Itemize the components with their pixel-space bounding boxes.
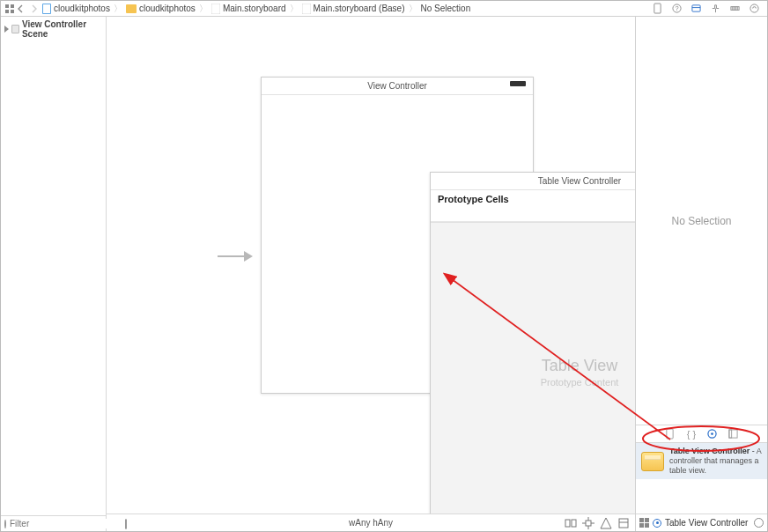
- scene-title: Table View Controller: [538, 176, 621, 186]
- breadcrumb-bar: cloudkitphotos 〉 cloudkitphotos 〉 Main.s…: [1, 1, 767, 17]
- table-view-controller-icon: [641, 452, 664, 471]
- file-template-library-tab[interactable]: [664, 428, 676, 440]
- initial-scene-arrow-icon[interactable]: [218, 246, 253, 269]
- battery-indicator-icon: [510, 81, 526, 86]
- svg-rect-22: [572, 520, 576, 527]
- library-tabs: { }: [636, 425, 767, 443]
- nav-back-button[interactable]: [15, 3, 27, 15]
- prototype-cells-header[interactable]: Prototype Cells: [431, 190, 635, 222]
- breadcrumb-label: Main.storyboard: [223, 4, 286, 13]
- storyboard-file-icon: [211, 4, 220, 14]
- library-item-table-view-controller[interactable]: Table View Controller - A controller tha…: [636, 443, 767, 479]
- attributes-inspector-tab[interactable]: [709, 3, 721, 15]
- library-item-sep: -: [750, 447, 757, 455]
- storyboard-canvas[interactable]: View Controller Table View Controller Pr…: [107, 17, 635, 514]
- scene-title-bar[interactable]: Table View Controller: [431, 173, 635, 190]
- identity-inspector-tab[interactable]: [690, 3, 702, 15]
- media-library-tab[interactable]: [727, 428, 740, 440]
- svg-rect-7: [302, 4, 311, 14]
- align-tool-button[interactable]: [565, 517, 577, 529]
- related-items-button[interactable]: [4, 4, 15, 14]
- breadcrumb-segment-storyboard[interactable]: Main.storyboard: [209, 4, 289, 14]
- svg-text:?: ?: [675, 4, 678, 12]
- size-inspector-tab[interactable]: [728, 3, 741, 15]
- svg-point-33: [711, 432, 713, 435]
- scene-title-bar[interactable]: View Controller: [262, 78, 533, 95]
- pin-tool-button[interactable]: [582, 517, 594, 529]
- table-placeholder-title: Table View: [542, 357, 618, 375]
- folder-icon: [126, 4, 137, 13]
- svg-rect-34: [729, 430, 737, 438]
- svg-rect-23: [586, 521, 591, 526]
- svg-rect-30: [667, 429, 673, 439]
- svg-rect-8: [654, 4, 660, 13]
- outline-row-label: View Controller Scene: [22, 19, 102, 39]
- svg-point-19: [750, 4, 757, 12]
- help-inspector-tab[interactable]: ?: [670, 3, 683, 15]
- library-filter-icon: [653, 519, 661, 528]
- inspector-empty-state: No Selection: [636, 17, 767, 425]
- svg-text:{ }: { }: [686, 429, 696, 440]
- connections-inspector-tab[interactable]: [748, 3, 760, 15]
- svg-rect-0: [5, 4, 9, 8]
- svg-rect-21: [565, 520, 570, 527]
- library-item-title: Table View Controller: [669, 447, 750, 455]
- resolve-issues-button[interactable]: [600, 517, 612, 529]
- scene-title: View Controller: [367, 81, 427, 91]
- breadcrumb-label: No Selection: [421, 4, 471, 13]
- svg-rect-6: [211, 4, 220, 14]
- table-view-controller-scene[interactable]: Table View Controller Prototype Cells Ta…: [430, 172, 635, 514]
- library-filter-label: Table View Controller: [665, 518, 750, 528]
- breadcrumb-segment-project[interactable]: cloudkitphotos: [40, 4, 113, 14]
- breadcrumb-separator: 〉: [199, 3, 208, 15]
- breadcrumb-segment-base[interactable]: Main.storyboard (Base): [299, 4, 408, 14]
- svg-rect-35: [729, 430, 732, 438]
- table-placeholder-subtitle: Prototype Content: [541, 377, 619, 388]
- breadcrumb-separator: 〉: [290, 3, 299, 15]
- library-options-button[interactable]: [754, 518, 764, 528]
- svg-rect-1: [11, 4, 14, 8]
- file-inspector-tab[interactable]: [651, 3, 663, 15]
- canvas-bottom-bar: wAny hAny: [107, 514, 635, 531]
- prototype-label: Prototype Cells: [438, 194, 509, 204]
- library-bottom-bar: Table View Controller: [636, 514, 767, 531]
- svg-rect-5: [43, 4, 50, 13]
- library-grid-view-button[interactable]: [639, 518, 649, 528]
- nav-forward-button[interactable]: [27, 3, 40, 15]
- inspector-panel: No Selection { } Table View Controller -…: [635, 17, 767, 531]
- breadcrumb-label: cloudkitphotos: [139, 4, 196, 13]
- disclosure-triangle-icon[interactable]: [4, 26, 9, 33]
- breadcrumb-segment-folder[interactable]: cloudkitphotos: [123, 4, 198, 13]
- resize-behavior-button[interactable]: [617, 517, 630, 529]
- object-library-list[interactable]: Table View Controller - A controller tha…: [636, 443, 767, 514]
- breadcrumb-separator: 〉: [409, 3, 417, 15]
- breadcrumb-label: cloudkitphotos: [54, 4, 110, 13]
- swift-file-icon: [42, 4, 51, 14]
- document-outline: View Controller Scene: [1, 17, 107, 531]
- filter-icon: [4, 520, 6, 528]
- svg-rect-3: [11, 10, 14, 13]
- size-class-label[interactable]: wAny hAny: [349, 518, 393, 528]
- scene-icon: [11, 25, 19, 33]
- outline-filter-input[interactable]: [10, 519, 122, 528]
- breadcrumb-separator: 〉: [114, 3, 122, 15]
- breadcrumb-label: Main.storyboard (Base): [314, 4, 405, 13]
- code-snippet-library-tab[interactable]: { }: [685, 428, 698, 440]
- outline-scene-row[interactable]: View Controller Scene: [4, 19, 102, 39]
- breadcrumb-segment-selection[interactable]: No Selection: [418, 4, 474, 13]
- svg-rect-28: [619, 519, 628, 528]
- svg-rect-11: [691, 5, 699, 11]
- storyboard-file-icon: [302, 4, 311, 14]
- object-library-tab[interactable]: [706, 428, 719, 440]
- svg-rect-2: [5, 10, 9, 13]
- table-view-body[interactable]: Table View Prototype Content: [431, 222, 635, 514]
- no-selection-label: No Selection: [671, 215, 731, 227]
